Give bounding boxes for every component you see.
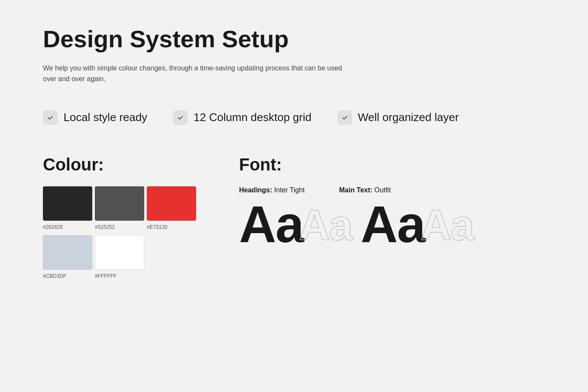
color-swatch-light-blue xyxy=(43,235,92,270)
color-swatch-white xyxy=(95,235,144,270)
headings-font-value: Inter Tight xyxy=(274,186,305,194)
check-icon-2 xyxy=(177,114,184,121)
features-row: Local style ready 12 Column desktop grid… xyxy=(43,110,554,125)
color-swatch-red xyxy=(147,186,196,221)
color-label-light-blue: #CBD3DF xyxy=(43,273,92,279)
check-badge-layer xyxy=(337,110,352,125)
font-section-title: Font: xyxy=(239,155,554,174)
main-text-font-info: Main Text: Outfit xyxy=(339,186,391,194)
color-swatch-gray xyxy=(95,186,144,221)
feature-label-local-style: Local style ready xyxy=(64,111,147,124)
color-label-dark: #262626 xyxy=(43,224,92,230)
font-section: Font: Headings: Inter Tight Main Text: O… xyxy=(239,155,554,250)
check-icon xyxy=(47,114,54,121)
check-icon-3 xyxy=(341,114,348,121)
color-swatch-dark xyxy=(43,186,92,221)
headings-label: Headings: xyxy=(239,186,272,194)
headings-font-info: Headings: Inter Tight xyxy=(239,186,305,194)
headings-font-large: Aa xyxy=(239,198,303,250)
feature-layer: Well organized layer xyxy=(337,110,459,125)
headings-font-display: Aa Aa xyxy=(239,198,352,250)
color-labels-row2: #CBD3DF #FFFFFF xyxy=(43,273,196,279)
color-label-gray: #525252 xyxy=(95,224,144,230)
check-badge-column-grid xyxy=(173,110,188,125)
color-swatches-row2 xyxy=(43,235,196,270)
main-text-font-outline: Aa xyxy=(421,204,474,246)
color-swatches-row1 xyxy=(43,186,196,221)
main-text-label: Main Text: xyxy=(339,186,373,194)
headings-font-outline: Aa xyxy=(299,204,352,246)
color-labels-row1: #262626 #525252 #E73130 xyxy=(43,224,196,230)
check-badge-local-style xyxy=(43,110,58,125)
colour-section: Colour: #262626 #525252 #E73130 #CBD3DF … xyxy=(43,155,196,279)
bottom-section: Colour: #262626 #525252 #E73130 #CBD3DF … xyxy=(43,155,554,279)
main-text-font-display: Aa Aa xyxy=(361,198,473,250)
color-label-white: #FFFFFF xyxy=(95,273,144,279)
font-info-row: Headings: Inter Tight Main Text: Outfit xyxy=(239,186,554,194)
feature-label-column-grid: 12 Column desktop grid xyxy=(194,111,312,124)
colour-section-title: Colour: xyxy=(43,155,196,174)
font-display-row: Aa Aa Aa Aa xyxy=(239,198,554,250)
main-text-font-large: Aa xyxy=(361,198,424,250)
page-subtitle: We help you with simple colour changes, … xyxy=(43,63,352,85)
main-text-font-value: Outfit xyxy=(374,186,391,194)
page-title: Design System Setup xyxy=(43,26,554,52)
feature-column-grid: 12 Column desktop grid xyxy=(173,110,312,125)
color-label-red: #E73130 xyxy=(147,224,196,230)
feature-label-layer: Well organized layer xyxy=(358,111,459,124)
feature-local-style: Local style ready xyxy=(43,110,147,125)
